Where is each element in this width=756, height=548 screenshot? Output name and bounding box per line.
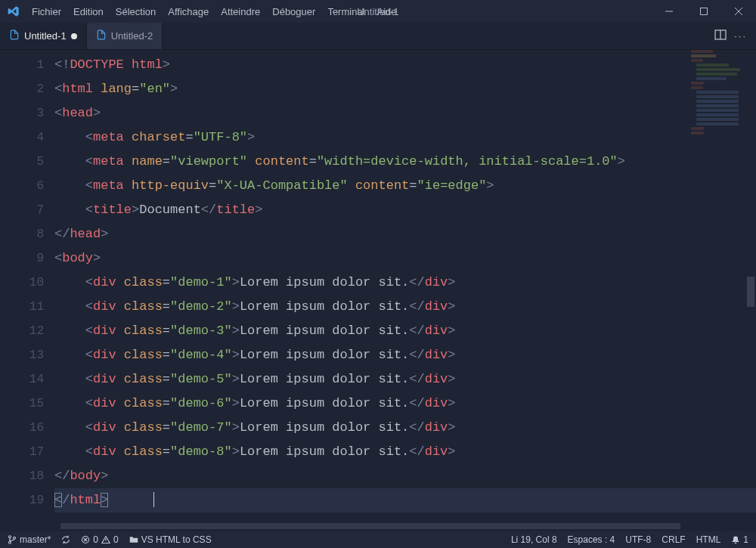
menu-atteindre[interactable]: Atteindre xyxy=(215,6,266,17)
eol-setting[interactable]: CRLF xyxy=(662,534,685,545)
file-icon xyxy=(96,29,107,42)
menu-selection[interactable]: Sélection xyxy=(110,6,162,17)
menu-bar: Fichier Edition Sélection Affichage Atte… xyxy=(26,6,403,17)
vertical-scrollbar[interactable] xyxy=(745,50,756,531)
git-branch-icon xyxy=(8,535,17,544)
scroll-thumb[interactable] xyxy=(747,277,754,307)
warning-count: 0 xyxy=(113,534,119,545)
status-bar: master* 0 0 VS HTML to CSS Li 19, Col 8 … xyxy=(0,531,756,548)
dirty-indicator-icon xyxy=(71,33,77,39)
tab-bar: Untitled-1 Untitled-2 ··· xyxy=(0,23,756,50)
svg-point-8 xyxy=(14,537,16,539)
notifications[interactable]: 1 xyxy=(731,534,748,545)
menu-edition[interactable]: Edition xyxy=(67,6,110,17)
problems[interactable]: 0 0 xyxy=(81,534,118,545)
maximize-button[interactable] xyxy=(686,0,721,23)
branch-name: master* xyxy=(20,534,51,545)
close-button[interactable] xyxy=(721,0,756,23)
scroll-thumb[interactable] xyxy=(60,523,680,529)
cursor-position[interactable]: Li 19, Col 8 xyxy=(511,534,557,545)
window-title: Untitled-1 xyxy=(357,6,399,17)
vscode-logo-icon xyxy=(6,4,21,19)
text-cursor xyxy=(153,492,154,507)
sync-icon xyxy=(61,535,70,544)
notification-count: 1 xyxy=(743,534,748,545)
menu-affichage[interactable]: Affichage xyxy=(162,6,215,17)
svg-point-7 xyxy=(9,541,11,543)
tab-label: Untitled-2 xyxy=(111,30,153,42)
git-branch[interactable]: master* xyxy=(8,534,51,545)
bell-icon xyxy=(731,535,740,544)
code-content[interactable]: <!DOCTYPE html><html lang="en"><head> <m… xyxy=(54,50,756,531)
svg-point-6 xyxy=(9,536,11,538)
tab-untitled-1[interactable]: Untitled-1 xyxy=(0,23,87,49)
folder-icon xyxy=(129,535,138,544)
line-numbers: 12345678910111213141516171819 xyxy=(0,50,54,531)
menu-deboguer[interactable]: Déboguer xyxy=(266,6,321,17)
sync-button[interactable] xyxy=(61,535,70,544)
task-label: VS HTML to CSS xyxy=(141,534,212,545)
minimap[interactable] xyxy=(691,50,745,141)
split-editor-icon[interactable] xyxy=(714,29,727,43)
more-actions-icon[interactable]: ··· xyxy=(734,30,747,42)
minimize-button[interactable] xyxy=(652,0,686,23)
file-icon xyxy=(9,29,20,42)
editor-area[interactable]: 12345678910111213141516171819 <!DOCTYPE … xyxy=(0,50,756,531)
warning-icon xyxy=(101,535,110,544)
svg-rect-1 xyxy=(701,8,708,15)
title-bar: Fichier Edition Sélection Affichage Atte… xyxy=(0,0,756,23)
indent-setting[interactable]: Espaces : 4 xyxy=(568,534,615,545)
tab-label: Untitled-1 xyxy=(24,30,67,42)
tab-untitled-2[interactable]: Untitled-2 xyxy=(87,23,163,49)
error-count: 0 xyxy=(93,534,98,545)
encoding-setting[interactable]: UTF-8 xyxy=(625,534,651,545)
language-mode[interactable]: HTML xyxy=(696,534,721,545)
horizontal-scrollbar[interactable] xyxy=(60,522,741,530)
task-runner[interactable]: VS HTML to CSS xyxy=(129,534,212,545)
error-icon xyxy=(81,535,90,544)
menu-fichier[interactable]: Fichier xyxy=(26,6,67,17)
